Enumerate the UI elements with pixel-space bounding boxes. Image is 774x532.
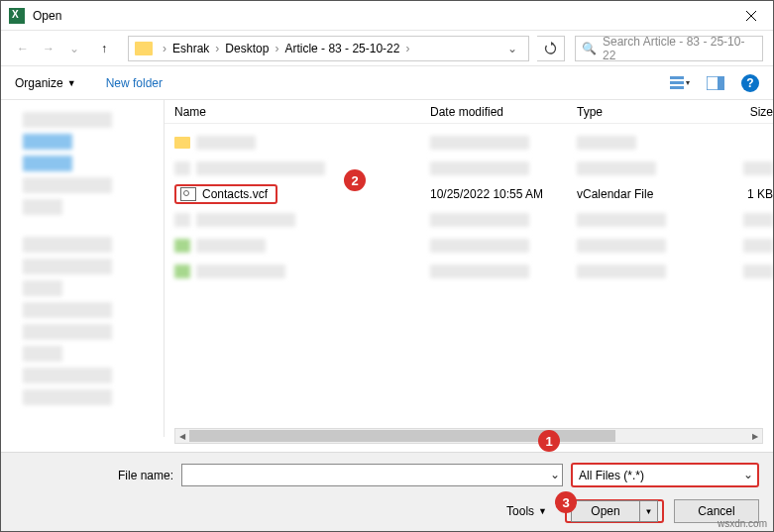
navbar: ← → ⌄ ↑ › Eshrak › Desktop › Article - 8… <box>1 31 773 66</box>
chevron-right-icon: › <box>161 42 168 55</box>
view-options-button[interactable] <box>670 75 690 91</box>
open-button-highlight: Open ▼ <box>565 499 664 523</box>
footer: 1 File name: ⌄ All Files (*.*) ⌄ Tools ▼… <box>1 452 773 531</box>
breadcrumb-item[interactable]: Article - 83 - 25-10-22 <box>280 42 403 55</box>
scroll-right-icon[interactable]: ▶ <box>748 429 762 443</box>
list-item[interactable] <box>165 130 773 156</box>
list-item[interactable] <box>165 156 773 181</box>
search-input[interactable]: 🔍 Search Article - 83 - 25-10-22 <box>575 36 763 61</box>
search-icon: 🔍 <box>582 42 597 55</box>
recent-dropdown[interactable]: ⌄ <box>62 37 86 60</box>
filetype-value: All Files (*.*) <box>579 469 644 482</box>
new-folder-button[interactable]: New folder <box>106 76 163 90</box>
svg-rect-3 <box>670 81 684 84</box>
close-button[interactable] <box>728 1 773 31</box>
annotation-callout-1: 1 <box>538 430 560 452</box>
annotation-callout-2: 2 <box>344 169 366 191</box>
up-button[interactable]: ↑ <box>92 37 116 60</box>
open-dropdown[interactable]: ▼ <box>640 500 658 522</box>
folder-icon <box>174 137 190 149</box>
excel-icon <box>9 8 25 24</box>
column-name[interactable]: Name <box>174 105 430 119</box>
filetype-dropdown[interactable]: All Files (*.*) ⌄ <box>571 463 759 487</box>
filename-label: File name: <box>15 469 173 482</box>
annotation-callout-3: 3 <box>555 491 577 513</box>
list-item-contacts-vcf[interactable]: Contacts.vcf 10/25/2022 10:55 AM vCalend… <box>165 181 773 207</box>
file-size: 1 KB <box>723 187 773 201</box>
scroll-left-icon[interactable]: ◀ <box>175 429 189 443</box>
preview-pane-button[interactable] <box>706 75 725 91</box>
list-item[interactable] <box>165 207 773 233</box>
search-placeholder: Search Article - 83 - 25-10-22 <box>603 35 756 62</box>
list-item[interactable] <box>165 259 773 284</box>
chevron-down-icon[interactable]: ⌄ <box>743 468 753 481</box>
toolbar: Organize ▼ New folder ? <box>1 66 773 100</box>
file-highlight: Contacts.vcf <box>174 184 277 204</box>
window-title: Open <box>33 9 728 23</box>
organize-menu[interactable]: Organize ▼ <box>15 76 76 90</box>
chevron-down-icon: ▼ <box>538 506 547 516</box>
column-size[interactable]: Size <box>723 105 773 119</box>
file-list: Name Date modified Type Size <box>164 100 773 437</box>
chevron-right-icon: › <box>213 42 221 55</box>
breadcrumb-item[interactable]: Desktop <box>221 42 273 55</box>
navigation-pane[interactable] <box>1 100 164 437</box>
chevron-down-icon: ▼ <box>67 78 76 88</box>
column-headers: Name Date modified Type Size <box>165 100 773 124</box>
svg-rect-2 <box>670 76 684 79</box>
column-type[interactable]: Type <box>577 105 723 119</box>
address-bar[interactable]: › Eshrak › Desktop › Article - 83 - 25-1… <box>128 36 529 61</box>
address-dropdown[interactable]: ⌄ <box>502 42 522 55</box>
back-button[interactable]: ← <box>11 37 35 60</box>
help-button[interactable]: ? <box>741 74 759 92</box>
body: Name Date modified Type Size <box>1 100 773 437</box>
file-date: 10/25/2022 10:55 AM <box>430 187 577 201</box>
refresh-button[interactable] <box>537 36 565 61</box>
forward-button[interactable]: → <box>37 37 60 60</box>
horizontal-scrollbar[interactable]: ◀ ▶ <box>174 428 763 444</box>
folder-icon <box>135 42 153 55</box>
svg-rect-6 <box>718 76 724 90</box>
column-date[interactable]: Date modified <box>430 105 577 119</box>
tools-menu[interactable]: Tools ▼ <box>506 504 547 518</box>
file-type: vCalendar File <box>577 187 723 201</box>
breadcrumb-item[interactable]: Eshrak <box>168 42 213 55</box>
svg-rect-4 <box>670 86 684 89</box>
open-button[interactable]: Open <box>571 500 640 522</box>
chevron-right-icon: › <box>403 42 411 55</box>
titlebar: Open <box>1 1 773 31</box>
file-name: Contacts.vcf <box>202 187 268 201</box>
chevron-down-icon[interactable]: ⌄ <box>550 468 560 481</box>
vcard-icon <box>180 187 196 201</box>
chevron-right-icon: › <box>273 42 280 55</box>
watermark: wsxdn.com <box>718 518 767 529</box>
list-item[interactable] <box>165 233 773 259</box>
filename-input[interactable]: ⌄ <box>181 464 563 486</box>
